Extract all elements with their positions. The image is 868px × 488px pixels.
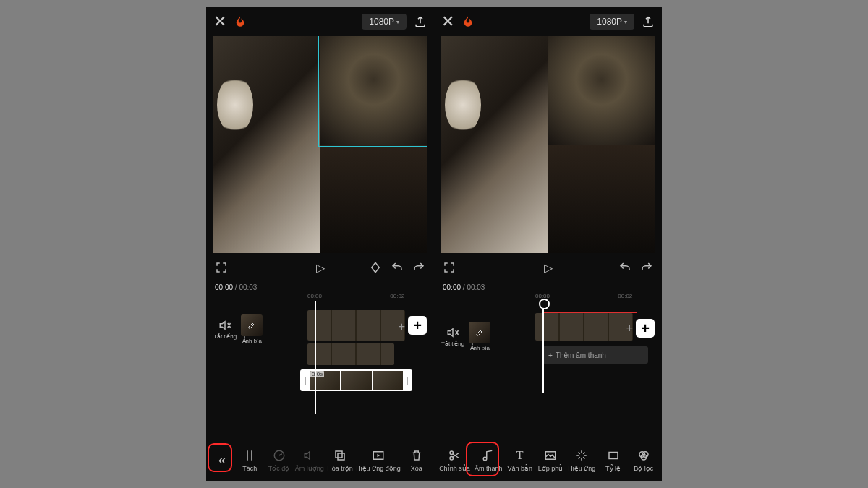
clip-main-track[interactable] <box>535 313 633 341</box>
svg-rect-2 <box>338 453 344 460</box>
mute-icon <box>218 319 231 332</box>
playhead[interactable] <box>315 301 316 414</box>
time-display: 00:00 / 00:03 <box>434 282 662 293</box>
edit-icon <box>475 328 484 337</box>
export-icon[interactable] <box>642 15 655 28</box>
keyframe-icon[interactable] <box>369 261 382 274</box>
volume-icon <box>303 448 316 463</box>
tutorial-highlight <box>466 442 499 476</box>
preview-tile <box>548 36 655 145</box>
resolution-selector[interactable]: 1080P <box>362 14 407 30</box>
clip-thumb <box>341 371 371 390</box>
preview-tile <box>548 145 655 253</box>
close-icon[interactable]: ✕ <box>441 12 454 31</box>
time-display: 00:00 / 00:03 <box>206 282 434 293</box>
preview-tile <box>441 36 548 253</box>
tool-blend[interactable]: Hòa trộn <box>327 448 353 472</box>
resolution-selector[interactable]: 1080P <box>590 14 634 30</box>
playhead[interactable] <box>542 301 544 393</box>
filter-icon <box>637 448 650 463</box>
selected-overlay-frame[interactable] <box>318 36 427 147</box>
add-clip-icon[interactable]: + <box>626 322 633 335</box>
overlay-icon <box>544 448 557 463</box>
tool-effects[interactable]: Hiệu ứng <box>568 448 595 472</box>
preview-decoration <box>445 76 481 134</box>
preview-decoration <box>217 76 253 134</box>
tool-delete[interactable]: Xóa <box>404 448 430 472</box>
top-bar: ✕ 1080P <box>434 7 662 36</box>
tool-animation[interactable]: Hiệu ứng động <box>356 448 401 472</box>
tool-text[interactable]: T Văn bản <box>507 448 533 472</box>
total-time: 00:03 <box>467 283 485 291</box>
clip-thumb <box>373 371 403 390</box>
scissors-icon <box>448 448 461 463</box>
clip-selected[interactable]: | 3.0s | <box>300 369 412 391</box>
svg-rect-7 <box>609 452 618 458</box>
video-preview[interactable] <box>441 36 655 253</box>
ratio-icon <box>607 448 620 463</box>
play-icon[interactable]: ▷ <box>544 261 553 275</box>
fullscreen-icon[interactable] <box>443 261 456 274</box>
current-time: 00:00 <box>215 283 233 291</box>
add-clip-button[interactable]: + <box>636 319 655 338</box>
tool-speed[interactable]: Tốc độ <box>266 448 292 472</box>
tool-overlay[interactable]: Lớp phủ <box>537 448 563 472</box>
undo-icon[interactable] <box>618 261 631 274</box>
add-audio-button[interactable]: + Thêm âm thanh <box>542 346 648 364</box>
cover-button[interactable]: Ảnh bìa <box>241 314 263 344</box>
split-icon <box>243 448 256 463</box>
tool-ratio[interactable]: Tỷ lệ <box>600 448 626 472</box>
cover-button[interactable]: Ảnh bìa <box>469 322 490 351</box>
mute-button[interactable]: Tắt tiếng <box>441 326 464 347</box>
edit-icon <box>247 321 256 330</box>
redo-icon[interactable] <box>640 261 653 274</box>
clip-handle-left[interactable]: | <box>302 371 309 390</box>
timeline[interactable]: Tắt tiếng Ảnh bìa + Thêm âm thanh + + <box>434 301 662 414</box>
preview-controls: ▷ <box>206 253 434 282</box>
clip-overlay-track[interactable] <box>307 343 394 365</box>
top-bar: ✕ 1080P <box>206 7 434 36</box>
speed-icon <box>273 448 286 463</box>
tool-split[interactable]: Tách <box>237 448 263 472</box>
preview-tile <box>320 145 427 253</box>
tool-volume[interactable]: Âm lượng <box>295 448 324 472</box>
mute-button[interactable]: Tắt tiếng <box>213 319 237 340</box>
text-icon: T <box>516 448 524 463</box>
trash-icon <box>410 448 423 463</box>
play-icon[interactable]: ▷ <box>316 261 325 275</box>
flame-icon[interactable] <box>461 15 475 28</box>
video-preview[interactable] <box>213 36 427 253</box>
tutorial-highlight <box>208 443 232 472</box>
add-clip-button[interactable]: + <box>408 316 427 335</box>
close-icon[interactable]: ✕ <box>213 12 226 31</box>
tool-filter[interactable]: Bộ lọc <box>631 448 657 472</box>
sparkle-icon <box>575 448 588 463</box>
clip-handle-right[interactable]: | <box>404 371 411 390</box>
cover-thumb <box>469 322 490 343</box>
clip-duration-label: 3.0s <box>310 371 324 377</box>
flame-icon[interactable] <box>234 15 247 28</box>
total-time: 00:03 <box>239 283 257 291</box>
add-clip-icon[interactable]: + <box>399 320 405 333</box>
mute-icon <box>446 326 459 339</box>
cover-thumb <box>241 314 263 336</box>
current-time: 00:00 <box>443 283 461 291</box>
phone-screen-right: ✕ 1080P ▷ 00:00 / 00:03 00:00 · 00:02 <box>434 7 662 481</box>
preview-controls: ▷ <box>434 253 662 282</box>
undo-icon[interactable] <box>391 261 404 274</box>
svg-rect-1 <box>336 451 342 458</box>
export-icon[interactable] <box>414 15 427 28</box>
phone-screen-left: ✕ 1080P ▷ 00:00 / 00:03 00:00 · 00:02 <box>206 7 434 481</box>
animation-icon <box>372 448 385 463</box>
redo-icon[interactable] <box>412 261 425 274</box>
bottom-toolbar: « Tách Tốc độ Âm lượng Hòa trộn Hiệu ứng… <box>206 439 434 481</box>
preview-tile <box>213 36 320 253</box>
clip-main-track[interactable] <box>307 310 405 341</box>
fullscreen-icon[interactable] <box>215 261 228 274</box>
timeline[interactable]: Tắt tiếng Ảnh bìa | 3.0s | + + <box>206 301 434 414</box>
plus-icon: + <box>548 351 553 359</box>
blend-icon <box>333 448 346 463</box>
playhead-knob[interactable] <box>539 299 550 309</box>
timeline-ruler: 00:00 · 00:02 <box>206 293 434 301</box>
